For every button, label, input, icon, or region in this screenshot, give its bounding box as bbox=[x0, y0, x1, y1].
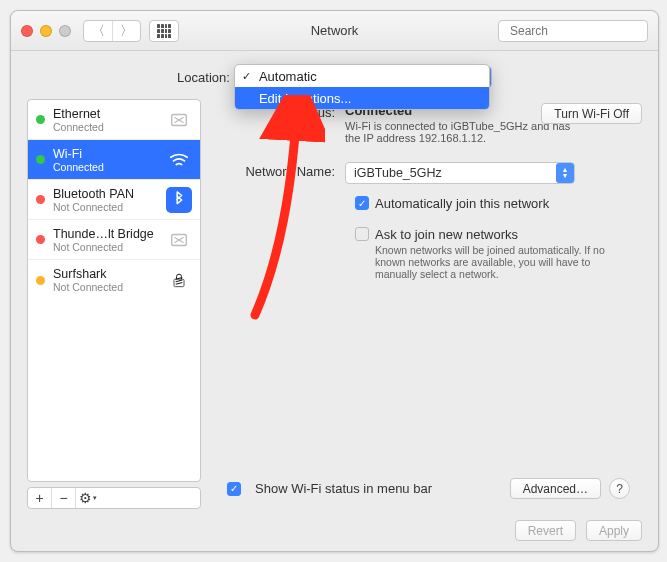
forward-button[interactable]: 〉 bbox=[112, 21, 140, 41]
service-name: Ethernet bbox=[53, 107, 158, 121]
status-dot bbox=[36, 235, 45, 244]
vpn-icon bbox=[166, 267, 192, 293]
window-title: Network bbox=[311, 23, 359, 38]
network-name-label: Network Name: bbox=[215, 162, 345, 184]
check-icon: ✓ bbox=[242, 70, 251, 83]
service-status: Not Connected bbox=[53, 201, 158, 213]
grid-icon bbox=[157, 24, 171, 38]
ask-join-checkbox[interactable] bbox=[355, 227, 369, 241]
wifi-toggle-button[interactable]: Turn Wi-Fi Off bbox=[541, 103, 642, 124]
show-status-checkbox[interactable]: ✓ bbox=[227, 482, 241, 496]
service-list[interactable]: Ethernet Connected Wi-Fi Connected bbox=[27, 99, 201, 482]
service-item-ethernet[interactable]: Ethernet Connected bbox=[28, 100, 200, 140]
revert-button[interactable]: Revert bbox=[515, 520, 576, 541]
remove-service-button[interactable]: − bbox=[52, 488, 76, 508]
zoom-window-button[interactable] bbox=[59, 25, 71, 37]
apply-button[interactable]: Apply bbox=[586, 520, 642, 541]
service-name: Wi-Fi bbox=[53, 147, 158, 161]
help-button[interactable]: ? bbox=[609, 478, 630, 499]
back-button[interactable]: 〈 bbox=[84, 21, 112, 41]
ethernet-icon bbox=[166, 107, 192, 133]
location-dropdown: ✓ Automatic Edit Locations... bbox=[234, 64, 490, 110]
wifi-icon bbox=[166, 147, 192, 173]
bluetooth-icon bbox=[166, 187, 192, 213]
location-label: Location: bbox=[177, 70, 230, 85]
auto-join-label: Automatically join this network bbox=[375, 196, 549, 211]
content-area: Location: ▲▼ ✓ Automatic Edit Locations.… bbox=[11, 51, 658, 551]
location-row: Location: ▲▼ ✓ Automatic Edit Locations.… bbox=[27, 65, 642, 89]
location-option-label: Edit Locations... bbox=[259, 91, 352, 106]
status-dot bbox=[36, 276, 45, 285]
service-item-bluetooth[interactable]: Bluetooth PAN Not Connected bbox=[28, 180, 200, 220]
minimize-window-button[interactable] bbox=[40, 25, 52, 37]
service-name: Bluetooth PAN bbox=[53, 187, 158, 201]
service-status: Connected bbox=[53, 161, 158, 173]
status-dot bbox=[36, 115, 45, 124]
status-dot bbox=[36, 155, 45, 164]
close-window-button[interactable] bbox=[21, 25, 33, 37]
service-actions-button[interactable]: ⚙︎▾ bbox=[76, 488, 100, 508]
location-option-label: Automatic bbox=[259, 69, 317, 84]
search-field[interactable] bbox=[498, 20, 648, 42]
service-item-thunderbolt[interactable]: Thunde…lt Bridge Not Connected bbox=[28, 220, 200, 260]
service-name: Thunde…lt Bridge bbox=[53, 227, 158, 241]
ask-join-row: Ask to join new networks Known networks … bbox=[355, 227, 642, 280]
ask-join-note: Known networks will be joined automatica… bbox=[375, 244, 605, 280]
detail-pane: Turn Wi-Fi Off Status: Connected Wi-Fi i… bbox=[215, 99, 642, 509]
service-item-surfshark[interactable]: Surfshark Not Connected bbox=[28, 260, 200, 300]
service-name: Surfshark bbox=[53, 267, 158, 281]
network-name-select[interactable]: iGBTube_5GHz ▲▼ bbox=[345, 162, 575, 184]
network-name-value: iGBTube_5GHz bbox=[354, 166, 442, 180]
updown-icon: ▲▼ bbox=[556, 163, 574, 183]
ask-join-label: Ask to join new networks bbox=[375, 227, 605, 242]
show-all-button[interactable] bbox=[149, 20, 179, 42]
service-status: Not Connected bbox=[53, 281, 158, 293]
pane-bottom-bar: ✓ Show Wi-Fi status in menu bar Advanced… bbox=[215, 468, 642, 509]
main-row: Ethernet Connected Wi-Fi Connected bbox=[27, 99, 642, 509]
service-item-wifi[interactable]: Wi-Fi Connected bbox=[28, 140, 200, 180]
advanced-button[interactable]: Advanced… bbox=[510, 478, 601, 499]
preferences-window: 〈 〉 Network Location: ▲▼ bbox=[10, 10, 659, 552]
auto-join-checkbox[interactable]: ✓ bbox=[355, 196, 369, 210]
location-option-edit[interactable]: Edit Locations... bbox=[235, 87, 489, 109]
show-status-label: Show Wi-Fi status in menu bar bbox=[255, 481, 432, 496]
sidebar-wrap: Ethernet Connected Wi-Fi Connected bbox=[27, 99, 201, 509]
footer-buttons: Revert Apply bbox=[515, 520, 642, 541]
location-popup[interactable]: ▲▼ ✓ Automatic Edit Locations... bbox=[238, 66, 492, 88]
titlebar: 〈 〉 Network bbox=[11, 11, 658, 51]
location-option-automatic[interactable]: ✓ Automatic bbox=[235, 65, 489, 87]
status-dot bbox=[36, 195, 45, 204]
add-service-button[interactable]: + bbox=[28, 488, 52, 508]
service-status: Not Connected bbox=[53, 241, 158, 253]
sidebar-tools: + − ⚙︎▾ bbox=[27, 487, 201, 509]
search-input[interactable] bbox=[510, 24, 660, 38]
service-status: Connected bbox=[53, 121, 158, 133]
network-name-row: Network Name: iGBTube_5GHz ▲▼ bbox=[215, 162, 642, 184]
window-controls bbox=[21, 25, 71, 37]
auto-join-row: ✓ Automatically join this network bbox=[355, 196, 642, 211]
thunderbolt-icon bbox=[166, 227, 192, 253]
nav-buttons: 〈 〉 bbox=[83, 20, 141, 42]
